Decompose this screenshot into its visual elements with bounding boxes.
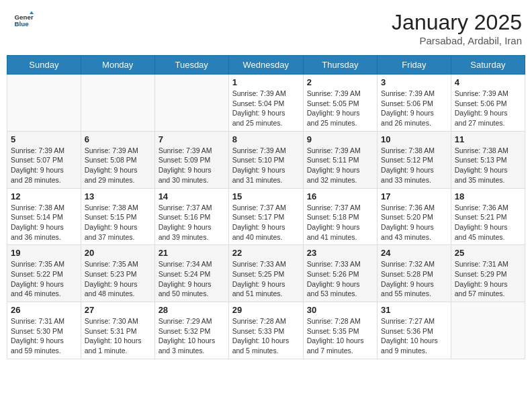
calendar-week-3: 12Sunrise: 7:38 AM Sunset: 5:14 PM Dayli… [7,188,525,245]
calendar-cell: 20Sunrise: 7:35 AM Sunset: 5:23 PM Dayli… [81,245,154,302]
day-info: Sunrise: 7:31 AM Sunset: 5:30 PM Dayligh… [11,316,77,356]
day-number: 1 [232,77,300,87]
day-number: 15 [232,191,300,201]
day-number: 26 [11,305,77,315]
calendar-cell: 5Sunrise: 7:39 AM Sunset: 5:07 PM Daylig… [7,131,81,188]
day-info: Sunrise: 7:34 AM Sunset: 5:24 PM Dayligh… [159,259,225,299]
calendar-cell: 11Sunrise: 7:38 AM Sunset: 5:13 PM Dayli… [451,131,525,188]
title-area: January 2025 Parsabad, Ardabil, Iran [392,10,522,46]
day-info: Sunrise: 7:39 AM Sunset: 5:10 PM Dayligh… [232,146,300,185]
weekday-sunday: Sunday [7,56,81,75]
day-number: 18 [455,191,521,201]
calendar-cell: 7Sunrise: 7:39 AM Sunset: 5:09 PM Daylig… [154,131,228,188]
calendar-cell: 24Sunrise: 7:32 AM Sunset: 5:28 PM Dayli… [378,245,451,302]
day-info: Sunrise: 7:37 AM Sunset: 5:16 PM Dayligh… [159,203,225,242]
calendar-cell: 26Sunrise: 7:31 AM Sunset: 5:30 PM Dayli… [7,302,81,359]
weekday-header-row: SundayMondayTuesdayWednesdayThursdayFrid… [7,56,525,75]
calendar-cell: 22Sunrise: 7:33 AM Sunset: 5:25 PM Dayli… [228,245,303,302]
calendar-cell: 30Sunrise: 7:28 AM Sunset: 5:35 PM Dayli… [303,302,377,359]
day-info: Sunrise: 7:39 AM Sunset: 5:06 PM Dayligh… [455,89,521,128]
day-info: Sunrise: 7:32 AM Sunset: 5:28 PM Dayligh… [381,259,447,299]
day-number: 5 [11,134,77,144]
day-info: Sunrise: 7:30 AM Sunset: 5:31 PM Dayligh… [85,316,151,356]
calendar-cell [154,75,228,132]
day-number: 24 [381,248,447,258]
calendar-cell: 1Sunrise: 7:39 AM Sunset: 5:04 PM Daylig… [228,75,303,132]
calendar-week-1: 1Sunrise: 7:39 AM Sunset: 5:04 PM Daylig… [7,75,525,132]
calendar-week-2: 5Sunrise: 7:39 AM Sunset: 5:07 PM Daylig… [7,131,525,188]
calendar-cell: 25Sunrise: 7:31 AM Sunset: 5:29 PM Dayli… [451,245,525,302]
day-info: Sunrise: 7:39 AM Sunset: 5:06 PM Dayligh… [381,89,447,128]
day-number: 27 [85,305,151,315]
calendar-cell: 13Sunrise: 7:38 AM Sunset: 5:15 PM Dayli… [81,188,154,245]
calendar-cell: 14Sunrise: 7:37 AM Sunset: 5:16 PM Dayli… [154,188,228,245]
day-info: Sunrise: 7:38 AM Sunset: 5:13 PM Dayligh… [455,146,521,185]
day-info: Sunrise: 7:35 AM Sunset: 5:23 PM Dayligh… [85,259,151,299]
weekday-friday: Friday [378,56,451,75]
day-info: Sunrise: 7:36 AM Sunset: 5:20 PM Dayligh… [381,203,447,242]
day-info: Sunrise: 7:29 AM Sunset: 5:32 PM Dayligh… [159,316,225,356]
day-info: Sunrise: 7:38 AM Sunset: 5:12 PM Dayligh… [381,146,447,185]
calendar-cell [81,75,154,132]
calendar-cell: 17Sunrise: 7:36 AM Sunset: 5:20 PM Dayli… [378,188,451,245]
day-number: 4 [455,77,521,87]
day-number: 22 [232,248,300,258]
calendar-week-4: 19Sunrise: 7:35 AM Sunset: 5:22 PM Dayli… [7,245,525,302]
logo-icon: General Blue [13,10,34,30]
day-info: Sunrise: 7:39 AM Sunset: 5:05 PM Dayligh… [307,89,373,128]
calendar-cell: 3Sunrise: 7:39 AM Sunset: 5:06 PM Daylig… [378,75,451,132]
weekday-thursday: Thursday [303,56,377,75]
day-number: 17 [381,191,447,201]
day-number: 6 [85,134,151,144]
calendar-cell [7,75,81,132]
calendar-cell: 12Sunrise: 7:38 AM Sunset: 5:14 PM Dayli… [7,188,81,245]
weekday-saturday: Saturday [451,56,525,75]
day-number: 10 [381,134,447,144]
day-number: 20 [85,248,151,258]
day-info: Sunrise: 7:27 AM Sunset: 5:36 PM Dayligh… [381,316,447,356]
calendar-cell: 2Sunrise: 7:39 AM Sunset: 5:05 PM Daylig… [303,75,377,132]
day-number: 16 [307,191,373,201]
svg-text:General: General [15,13,34,21]
calendar-cell: 28Sunrise: 7:29 AM Sunset: 5:32 PM Dayli… [154,302,228,359]
weekday-monday: Monday [81,56,154,75]
svg-text:Blue: Blue [15,20,30,28]
day-info: Sunrise: 7:39 AM Sunset: 5:11 PM Dayligh… [307,146,373,185]
svg-marker-2 [30,11,34,15]
day-number: 30 [307,305,373,315]
calendar-week-5: 26Sunrise: 7:31 AM Sunset: 5:30 PM Dayli… [7,302,525,359]
day-info: Sunrise: 7:36 AM Sunset: 5:21 PM Dayligh… [455,203,521,242]
day-number: 31 [381,305,447,315]
calendar-cell: 18Sunrise: 7:36 AM Sunset: 5:21 PM Dayli… [451,188,525,245]
day-info: Sunrise: 7:37 AM Sunset: 5:18 PM Dayligh… [307,203,373,242]
day-number: 8 [232,134,300,144]
weekday-wednesday: Wednesday [228,56,303,75]
calendar-cell: 21Sunrise: 7:34 AM Sunset: 5:24 PM Dayli… [154,245,228,302]
calendar-cell: 8Sunrise: 7:39 AM Sunset: 5:10 PM Daylig… [228,131,303,188]
day-number: 28 [159,305,225,315]
calendar-cell: 23Sunrise: 7:33 AM Sunset: 5:26 PM Dayli… [303,245,377,302]
calendar-cell: 6Sunrise: 7:39 AM Sunset: 5:08 PM Daylig… [81,131,154,188]
day-info: Sunrise: 7:35 AM Sunset: 5:22 PM Dayligh… [11,259,77,299]
day-number: 13 [85,191,151,201]
day-number: 2 [307,77,373,87]
day-info: Sunrise: 7:39 AM Sunset: 5:07 PM Dayligh… [11,146,77,185]
page-header: General Blue January 2025 Parsabad, Arda… [7,7,525,50]
month-title: January 2025 [392,10,522,35]
calendar-cell: 9Sunrise: 7:39 AM Sunset: 5:11 PM Daylig… [303,131,377,188]
day-number: 3 [381,77,447,87]
calendar-table: SundayMondayTuesdayWednesdayThursdayFrid… [7,55,525,359]
day-info: Sunrise: 7:28 AM Sunset: 5:35 PM Dayligh… [307,316,373,356]
day-number: 12 [11,191,77,201]
day-info: Sunrise: 7:28 AM Sunset: 5:33 PM Dayligh… [232,316,300,356]
day-info: Sunrise: 7:33 AM Sunset: 5:25 PM Dayligh… [232,259,300,299]
location: Parsabad, Ardabil, Iran [392,35,522,46]
calendar-cell [451,302,525,359]
day-number: 7 [159,134,225,144]
day-info: Sunrise: 7:38 AM Sunset: 5:14 PM Dayligh… [11,203,77,242]
calendar-cell: 10Sunrise: 7:38 AM Sunset: 5:12 PM Dayli… [378,131,451,188]
day-info: Sunrise: 7:38 AM Sunset: 5:15 PM Dayligh… [85,203,151,242]
day-number: 23 [307,248,373,258]
calendar-cell: 15Sunrise: 7:37 AM Sunset: 5:17 PM Dayli… [228,188,303,245]
day-number: 14 [159,191,225,201]
